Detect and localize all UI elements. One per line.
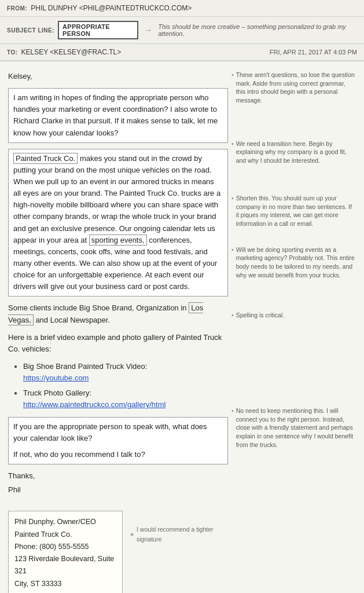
para2-text: Painted Truck Co. makes you stand out in… [13,153,223,293]
annot5-text: Spelling is critical. [236,311,284,320]
youtube-link[interactable]: https://youtube.com [23,374,89,382]
sig-line5: City, ST 33333 [14,578,116,590]
para4-text: Here is a brief video example and photo … [8,332,228,355]
para3-text: Some clients include Big Shoe Brand, Org… [8,302,228,325]
annot4-item: • Will we be doing sporting events as a … [231,246,356,280]
annot1-item: • These aren't questions, so lose the qu… [231,71,356,105]
sig-line1: Phil Dunphy, Owner/CEO [14,516,116,528]
to-row: TO: KELSEY <KELSEY@FRAC.TL> FRI, APR 21,… [0,44,364,61]
company-name-highlight: Painted Truck Co. [13,153,78,164]
annot4-bullet: • [231,246,234,254]
to-label: TO: [7,49,18,56]
para2-body: makes you stand out in the crowd by putt… [13,154,220,244]
annot5-item: • Spelling is critical. [231,311,356,320]
sig-annotation: I would recommend a tighter signature [137,525,228,544]
sig-line3: Phone: (800) 555-5555 [14,541,116,553]
closing2: Phil [8,484,228,496]
para6-text: If not, who do you recommend I talk to? [13,449,223,460]
subject-value[interactable]: APPROPRIATE PERSON [58,21,138,39]
email-container: FROM: PHIL DUNPHY <PHIL@PAINTEDTRUCKCO.C… [0,0,364,593]
closing1: Thanks, [8,470,228,482]
para1-block: I am writing in hopes of finding the app… [8,88,228,143]
main-body-area: Kelsey, I am writing in hopes of finding… [0,61,364,593]
greeting: Kelsey, [8,71,228,82]
annot6-bullet: • [231,407,234,415]
para5-block: If you are the appropriate person to spe… [8,417,228,464]
subject-label: SUBJECT LINE: [7,27,54,34]
links-list: Big Shoe Brand Painted Truck Video: http… [14,361,228,411]
annot2-text: We need a transition here. Begin by expl… [236,140,356,165]
para2-block: Painted Truck Co. makes you stand out in… [8,149,228,297]
annot3-item: • Shorten this. You should sum up your c… [231,194,356,228]
signature-area: Phil Dunphy, Owner/CEO Painted Truck Co.… [8,507,228,593]
sporting-events-highlight: sporting events, [89,235,147,246]
signature-block: Phil Dunphy, Owner/CEO Painted Truck Co.… [8,511,123,593]
from-row: FROM: PHIL DUNPHY <PHIL@PAINTEDTRUCKCO.C… [0,0,364,17]
para3-pre: Some clients include Big Shoe Brand, Org… [8,303,189,312]
annot1-bullet: • [231,71,234,79]
subject-arrow-icon: → [144,25,152,35]
list-item-1: Big Shoe Brand Painted Truck Video: http… [14,361,228,384]
date-value: FRI, APR 21, 2017 AT 4:03 PM [270,49,357,56]
annot1-text: These aren't questions, so lose the ques… [236,71,356,105]
header-section: FROM: PHIL DUNPHY <PHIL@PAINTEDTRUCKCO.C… [0,0,364,61]
annot6-item: • No need to keep mentioning this. I wil… [231,407,356,449]
from-value: PHIL DUNPHY <PHIL@PAINTEDTRUCKCO.COM> [31,4,192,12]
annot3-bullet: • [231,194,234,203]
annotations-panel: • These aren't questions, so lose the qu… [231,71,356,466]
annot3-text: Shorten this. You should sum up your com… [236,194,356,228]
annot6-text: No need to keep mentioning this. I will … [236,407,356,449]
list-item-2: Truck Photo Gallery: http://www.paintedt… [14,387,228,411]
list-item1-label: Big Shoe Brand Painted Truck Video: [23,362,147,371]
annot2-bullet: • [231,140,234,148]
from-label: FROM: [7,5,27,12]
subject-row: SUBJECT LINE: APPROPRIATE PERSON → This … [0,17,364,44]
sig-annotation-wrapper: ◄ I would recommend a tighter signature [128,525,228,544]
para5-text: If you are the appropriate person to spe… [13,421,223,444]
list-item2-label: Truck Photo Gallery: [23,389,91,397]
annot5-bullet: • [231,311,234,320]
sig-line2: Painted Truck Co. [14,529,116,541]
annot4-text: Will we be doing sporting events as a ma… [236,246,356,280]
annot2-item: • We need a transition here. Begin by ex… [231,140,356,165]
sig-arrow-icon: ◄ [128,529,134,539]
gallery-link[interactable]: http://www.paintedtruckco.com/gallery/ht… [23,400,166,409]
para3-end: and Local Newspaper. [34,316,110,324]
para1-text: I am writing in hopes of finding the app… [13,92,223,139]
subject-note: This should be more creative – something… [158,23,357,37]
email-body: Kelsey, I am writing in hopes of finding… [8,71,228,593]
to-value: KELSEY <KELSEY@FRAC.TL> [21,48,122,56]
sig-line4: 123 Riverdale Boulevard, Suite 321 [14,553,116,578]
